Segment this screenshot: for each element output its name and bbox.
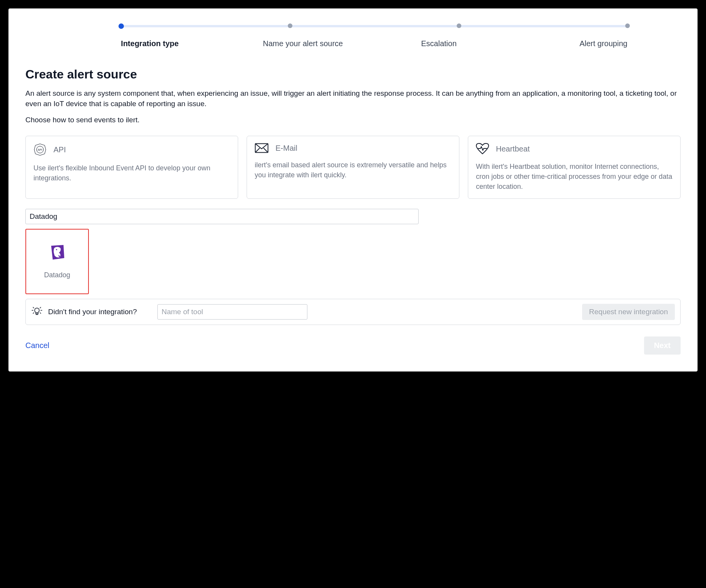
tool-name-input[interactable] [157, 304, 307, 320]
step-dot-2[interactable] [288, 23, 292, 28]
step-dot-4[interactable] [625, 23, 630, 28]
step-dot-1[interactable] [119, 23, 124, 29]
card-heartbeat[interactable]: Heartbeat With ilert's Heartbeat solutio… [468, 136, 681, 199]
card-email-title: E-Mail [275, 144, 297, 153]
integration-search-input[interactable] [25, 209, 419, 224]
lightbulb-icon [31, 306, 43, 318]
step-label-integration-type[interactable]: Integration type [119, 39, 235, 48]
create-alert-source-window: Integration type Name your alert source … [8, 8, 698, 371]
svg-point-5 [56, 249, 57, 250]
api-icon: API [33, 143, 47, 156]
cancel-button[interactable]: Cancel [25, 341, 49, 350]
card-api[interactable]: API API Use ilert's flexible Inbound Eve… [25, 136, 238, 199]
heartbeat-icon [476, 143, 489, 155]
method-cards: API API Use ilert's flexible Inbound Eve… [25, 136, 681, 199]
integration-tile-datadog[interactable]: Datadog [25, 229, 89, 294]
integration-tile-label: Datadog [44, 271, 70, 279]
card-heartbeat-body: With ilert's Heartbeat solution, monitor… [476, 162, 673, 192]
datadog-icon [49, 244, 66, 261]
page-description: An alert source is any system component … [25, 88, 681, 109]
envelope-icon [255, 143, 269, 153]
stepper: Integration type Name your alert source … [25, 24, 681, 48]
page-title: Create alert source [25, 67, 681, 82]
card-email-body: ilert's email based alert source is extr… [255, 160, 451, 180]
card-email[interactable]: E-Mail ilert's email based alert source … [247, 136, 459, 199]
next-button[interactable]: Next [644, 336, 681, 355]
request-integration-button[interactable]: Request new integration [582, 304, 675, 320]
step-label-alert-grouping[interactable]: Alert grouping [507, 39, 629, 48]
page-instruction: Choose how to send events to ilert. [25, 116, 681, 124]
svg-text:API: API [38, 148, 42, 151]
suggest-question: Didn't find your integration? [48, 308, 137, 316]
card-api-title: API [53, 145, 66, 154]
card-api-body: Use ilert's flexible Inbound Event API t… [33, 163, 230, 183]
step-dot-3[interactable] [457, 23, 461, 28]
suggest-bar: Didn't find your integration? Request ne… [25, 299, 681, 325]
svg-point-6 [35, 308, 39, 313]
footer: Cancel Next [25, 325, 681, 355]
step-label-name-source[interactable]: Name your alert source [235, 39, 371, 48]
step-label-escalation[interactable]: Escalation [371, 39, 507, 48]
card-heartbeat-title: Heartbeat [496, 145, 530, 153]
